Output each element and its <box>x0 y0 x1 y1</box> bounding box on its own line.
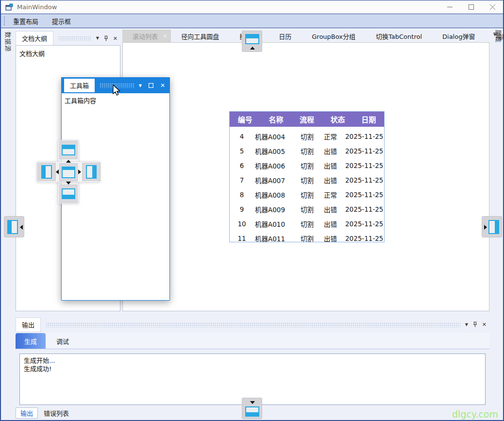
log-line: 生成成功! <box>24 365 481 373</box>
reset-layout-button[interactable]: 重置布局 <box>8 15 43 28</box>
minimize-icon <box>447 4 453 10</box>
title-bar: MainWindow <box>1 0 503 14</box>
table-cell: 机器A007 <box>255 175 292 185</box>
tab-overflow-menu-icon[interactable]: ▼ <box>493 33 498 36</box>
document-tab[interactable]: 切换TabControl <box>366 30 432 42</box>
close-icon[interactable]: ✕ <box>113 36 118 41</box>
table-cell: 正常 <box>324 190 338 200</box>
app-icon <box>5 3 13 11</box>
output-panel-tab[interactable]: 输出 <box>16 318 41 332</box>
table-cell: 切割 <box>301 204 315 214</box>
table-cell: 7 <box>236 176 247 184</box>
outline-panel-header: 文档大纲 ▼ ✕ <box>16 32 120 45</box>
table-row[interactable]: 8机器A008切割正常2025-11-25 09:01:3 <box>230 187 384 202</box>
pin-icon[interactable] <box>473 321 477 328</box>
document-tab[interactable]: GroupBox分组 <box>302 30 366 42</box>
close-icon[interactable]: ✕ <box>160 82 165 89</box>
table-header-cell: 流程 <box>291 114 322 124</box>
table-row[interactable]: 7机器A007切割出错2025-11-25 09:01:3 <box>230 173 384 187</box>
table-cell: 出错 <box>324 219 338 229</box>
dock-edge-left-button[interactable] <box>4 216 24 237</box>
minimize-button[interactable] <box>439 0 460 14</box>
table-cell: 切割 <box>301 190 315 200</box>
table-header-cell: 日期 <box>353 114 384 124</box>
pin-icon[interactable] <box>104 35 108 42</box>
document-tab[interactable]: 径向工具圆盘 <box>171 30 229 42</box>
document-tab-label: 切换TabControl <box>376 32 422 41</box>
output-panel-header: 输出 ▼ ✕ <box>16 318 489 331</box>
dock-center-button[interactable] <box>59 163 78 182</box>
dock-bottom-button[interactable] <box>59 185 78 203</box>
table-row[interactable]: 11机器A011切割出错2025-11-25 09:01 <box>230 231 384 242</box>
main-window: MainWindow 重置布局 提示框 数据源 属性 文档大纲 ▼ ✕ 文 <box>0 0 504 421</box>
outline-panel-tab[interactable]: 文档大纲 <box>16 31 53 46</box>
dock-arrow-up-icon <box>250 47 255 50</box>
output-bottom-tabstrip: 输出 错误列表 <box>16 407 75 419</box>
table-row[interactable]: 5机器A005切割出错2025-11-25 09:01:3 <box>230 144 384 158</box>
dock-right-button[interactable] <box>82 163 101 181</box>
table-cell: 机器A011 <box>255 234 292 242</box>
autohide-tab-left[interactable]: 数据源 <box>4 32 13 52</box>
table-cell: 5 <box>236 147 247 155</box>
bottom-tab-output[interactable]: 输出 <box>16 407 38 419</box>
output-drag-grip[interactable] <box>46 322 460 327</box>
toolbar-grip[interactable] <box>3 16 5 26</box>
dock-arrow-up-icon <box>66 160 71 163</box>
close-icon[interactable]: ✕ <box>163 33 167 39</box>
table-cell: 切割 <box>301 234 315 242</box>
table-row[interactable]: 10机器A010切割出错2025-11-25 09:01 <box>230 217 384 231</box>
close-icon[interactable]: ✕ <box>482 322 487 327</box>
table-row[interactable]: 9机器A009切割出错2025-11-25 09:01:3 <box>230 202 384 217</box>
document-tab-label: Dialog弹窗 <box>442 32 475 41</box>
table-cell: 出错 <box>324 161 338 170</box>
table-row[interactable]: 6机器A006切割出错2025-11-25 09:01:3 <box>230 158 384 173</box>
table-header-row: 编号名称流程状态日期 <box>230 112 384 127</box>
chevron-down-icon[interactable]: ▼ <box>465 323 468 327</box>
dock-arrow-down-icon <box>250 401 255 404</box>
table-cell: 2025-11-25 09:01:3 <box>345 147 384 155</box>
tab-generate[interactable]: 生成 <box>16 333 46 349</box>
document-tab[interactable]: 日历 <box>269 30 302 42</box>
dock-arrow-right-icon <box>484 225 487 230</box>
table-cell: 2025-11-25 09:01:3 <box>345 162 384 169</box>
document-tab-label: GroupBox分组 <box>312 32 355 41</box>
table-cell: 9 <box>236 205 247 213</box>
document-tab-strip: 滚动列表✕径向工具圆盘搜索框日历GroupBox分组切换TabControlDi… <box>122 30 489 42</box>
document-tab[interactable]: Dialog弹窗 <box>432 30 485 42</box>
table-cell: 出错 <box>324 234 338 242</box>
tab-debug[interactable]: 调试 <box>46 333 80 349</box>
table-cell: 8 <box>236 191 247 199</box>
table-cell: 2025-11-25 09:01:3 <box>345 191 384 199</box>
dock-edge-right-button[interactable] <box>482 216 502 237</box>
table-row[interactable]: 4机器A004切割正常2025-11-25 09:01:3 <box>230 129 384 144</box>
table-cell: 2025-11-25 09:01 <box>345 235 384 242</box>
dock-arrow-right-icon <box>78 169 81 174</box>
document-tab[interactable]: 滚动列表✕ <box>122 30 171 42</box>
table-header-cell: 名称 <box>261 114 292 124</box>
table-cell: 机器A009 <box>255 204 292 214</box>
tipbox-button[interactable]: 提示框 <box>47 15 76 28</box>
table-cell: 2025-11-25 09:01 <box>345 220 384 228</box>
dock-edge-bottom-button[interactable] <box>242 398 262 419</box>
toolbox-tab[interactable]: 工具箱 <box>64 79 95 92</box>
chevron-down-icon[interactable]: ▼ <box>96 36 99 40</box>
maximize-icon[interactable] <box>149 83 153 88</box>
document-tab-label: 滚动列表 <box>133 32 158 41</box>
table-cell: 切割 <box>301 161 315 170</box>
table-cell: 切割 <box>301 219 315 229</box>
dock-arrow-left-icon <box>56 169 59 174</box>
maximize-button[interactable] <box>460 0 482 14</box>
close-button[interactable] <box>482 0 503 14</box>
table-cell: 机器A008 <box>255 190 292 200</box>
table-cell: 切割 <box>301 175 315 185</box>
document-tab-label: 日历 <box>279 32 291 41</box>
table-cell: 11 <box>236 235 247 242</box>
dock-edge-top-button[interactable] <box>242 31 262 52</box>
dock-left-button[interactable] <box>37 163 56 181</box>
chevron-down-icon[interactable]: ▼ <box>139 84 142 88</box>
table-cell: 2025-11-25 09:01:3 <box>345 205 384 213</box>
dock-top-button[interactable] <box>59 141 78 159</box>
dock-guide-cross <box>36 140 101 204</box>
bottom-tab-errorlist[interactable]: 错误列表 <box>38 407 75 419</box>
outline-drag-grip[interactable] <box>58 36 91 41</box>
